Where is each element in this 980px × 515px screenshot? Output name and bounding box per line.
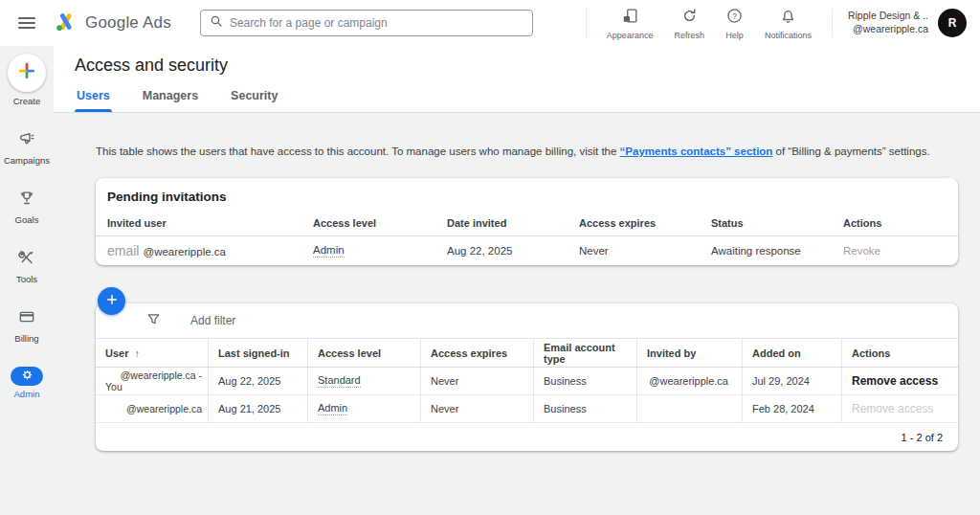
create-button[interactable]	[8, 54, 46, 92]
notifications-icon	[779, 7, 797, 29]
sidebar-item-billing[interactable]: Billing	[14, 307, 38, 344]
date-invited-cell: Aug 22, 2025	[435, 245, 568, 257]
filter-bar: Add filter	[96, 303, 958, 339]
help-label: Help	[725, 31, 744, 40]
column-header: Access expires	[568, 217, 700, 229]
access-expires-cell: Never	[421, 368, 534, 394]
masked-email-text: email	[107, 243, 139, 258]
pending-table-row: email@weareripple.ca Admin Aug 22, 2025 …	[96, 236, 958, 265]
access-level-value[interactable]: Admin	[313, 244, 345, 258]
sidebar-item-goals[interactable]: Goals	[15, 189, 39, 225]
user-cell: @weareripple.ca	[96, 395, 209, 422]
access-level-cell: Standard	[308, 368, 421, 394]
access-level-value[interactable]: Admin	[318, 402, 347, 415]
pending-table-header: Invited user Access level Date invited A…	[96, 210, 958, 236]
column-header: Access level	[301, 217, 435, 229]
sidebar-item-label: Tools	[16, 274, 37, 284]
account-email: @weareripple.ca	[848, 23, 928, 36]
help-button[interactable]: ? Help	[725, 7, 744, 40]
admin-selected-pill	[11, 367, 43, 386]
column-header[interactable]: Invited by	[637, 339, 743, 367]
last-signed-in-cell: Aug 21, 2025	[209, 395, 308, 422]
column-header[interactable]: Access level	[308, 339, 421, 367]
users-table-card: Add filter User↑ Last signed-in Access l…	[96, 303, 958, 451]
hamburger-icon	[18, 14, 35, 32]
description-text: This table shows the users that have acc…	[96, 146, 620, 157]
add-filter-button[interactable]: Add filter	[190, 314, 235, 327]
plus-icon	[104, 292, 120, 310]
google-ads-logo[interactable]: Google Ads	[54, 10, 171, 37]
table-row: @weareripple.ca Aug 21, 2025 Admin Never…	[96, 395, 958, 423]
tab-bar: Users Managers Security	[75, 89, 980, 112]
refresh-label: Refresh	[674, 31, 704, 40]
google-ads-logo-icon	[54, 10, 78, 37]
remove-access-button[interactable]: Remove access	[852, 374, 938, 388]
refresh-icon	[680, 7, 699, 29]
account-name: Ripple Design & ..	[848, 10, 928, 23]
payments-contacts-link[interactable]: “Payments contacts” section	[620, 146, 773, 157]
page-header: Access and security Users Managers Secur…	[54, 46, 980, 113]
credit-card-icon	[17, 307, 36, 330]
search-input[interactable]	[230, 16, 524, 30]
invited-user-cell: email@weareripple.ca	[96, 243, 301, 258]
notifications-button[interactable]: Notifications	[765, 7, 812, 40]
access-level-value[interactable]: Standard	[318, 374, 361, 388]
filter-icon[interactable]	[145, 311, 162, 331]
access-expires-cell: Never	[568, 245, 700, 257]
revoke-cell: Revoke	[832, 245, 958, 257]
column-header: Invited user	[96, 217, 301, 229]
avatar-initial: R	[948, 16, 957, 30]
sidebar-item-label: Billing	[14, 333, 38, 344]
email-domain-text: @weareripple.ca	[143, 246, 225, 258]
column-header[interactable]: Access expires	[421, 339, 534, 367]
sidebar-item-tools[interactable]: Tools	[16, 248, 37, 284]
invited-by-cell	[637, 395, 743, 422]
notifications-label: Notifications	[765, 31, 812, 40]
left-navigation: Create Campaigns Goals	[0, 46, 54, 515]
main-menu-button[interactable]	[8, 4, 46, 42]
account-info: Ripple Design & .. @weareripple.ca	[848, 10, 928, 35]
column-header-user[interactable]: User↑	[96, 339, 209, 367]
page-description: This table shows the users that have acc…	[96, 146, 958, 157]
pagination: 1 - 2 of 2	[96, 423, 958, 451]
revoke-button[interactable]: Revoke	[843, 245, 880, 257]
user-email: @weareripple.ca -	[105, 369, 208, 381]
appearance-label: Appearance	[607, 31, 654, 40]
last-signed-in-cell: Aug 22, 2025	[209, 368, 308, 394]
topbar-divider	[832, 9, 833, 37]
help-icon: ?	[725, 7, 744, 29]
refresh-button[interactable]: Refresh	[674, 7, 704, 40]
column-header[interactable]: Email account type	[534, 339, 637, 367]
column-header: Actions	[842, 339, 958, 367]
tab-users[interactable]: Users	[75, 89, 112, 112]
tab-security[interactable]: Security	[229, 89, 279, 112]
access-expires-cell: Never	[421, 395, 534, 422]
sidebar-item-admin[interactable]: Admin	[11, 367, 43, 399]
invited-by-cell: @weareripple.ca	[637, 368, 743, 394]
sort-ascending-icon[interactable]: ↑	[134, 347, 140, 359]
appearance-button[interactable]: Appearance	[607, 7, 654, 40]
column-header[interactable]: Last signed-in	[209, 339, 308, 367]
gear-icon	[20, 368, 34, 386]
sidebar-item-label: Campaigns	[4, 155, 50, 166]
topbar-divider	[586, 9, 587, 37]
tools-icon	[17, 248, 36, 271]
access-level-cell: Admin	[301, 244, 435, 258]
actions-cell: Remove access	[842, 395, 958, 422]
added-on-cell: Jul 29, 2024	[743, 368, 842, 394]
search-box[interactable]	[200, 10, 533, 36]
email-account-type-cell: Business	[534, 368, 637, 394]
trophy-icon	[17, 189, 36, 212]
remove-access-button-disabled: Remove access	[852, 402, 933, 415]
search-icon	[209, 13, 224, 33]
sidebar-item-campaigns[interactable]: Campaigns	[4, 129, 50, 166]
tab-managers[interactable]: Managers	[141, 89, 200, 112]
svg-text:?: ?	[732, 11, 737, 20]
avatar[interactable]: R	[938, 9, 967, 37]
top-app-bar: Google Ads Appearance	[0, 0, 980, 46]
megaphone-icon	[17, 129, 36, 152]
column-header[interactable]: Added on	[743, 339, 842, 367]
email-account-type-cell: Business	[534, 395, 637, 422]
add-user-button[interactable]	[98, 287, 125, 315]
actions-cell: Remove access	[842, 368, 958, 394]
